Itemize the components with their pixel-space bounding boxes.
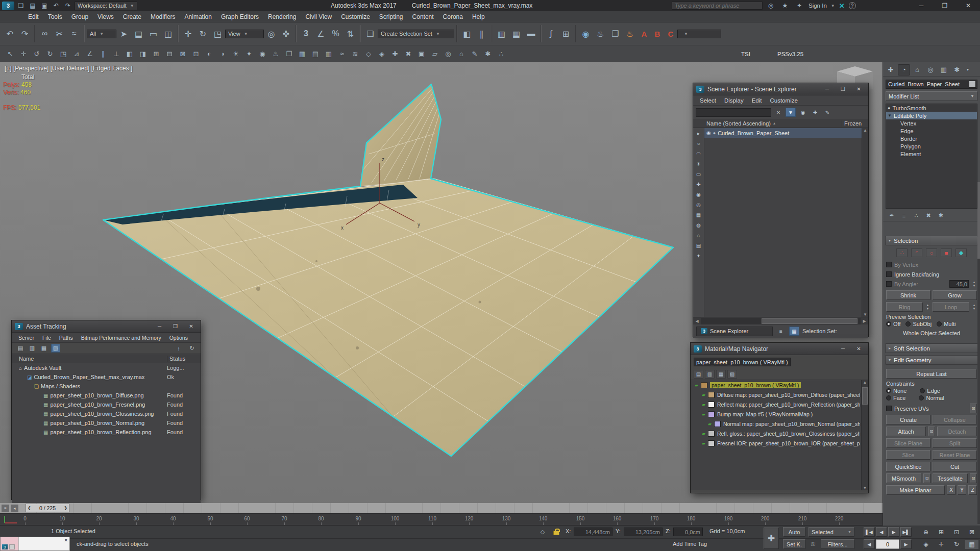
angle-snap-icon[interactable]: ∠: [313, 26, 328, 42]
extras-icon[interactable]: ✚: [388, 47, 402, 60]
extras-icon[interactable]: ❐: [282, 47, 296, 60]
attach-settings-button[interactable]: ⊡: [928, 427, 935, 436]
panel-config-icon[interactable]: ▾: [964, 64, 971, 76]
slice-button[interactable]: Slice: [886, 450, 930, 460]
extras-icon[interactable]: ◨: [136, 47, 150, 60]
display-filter-icon[interactable]: ▤: [694, 241, 703, 250]
zoom-icon[interactable]: ⊕: [919, 527, 933, 537]
scroll-down-icon[interactable]: ▼: [863, 486, 867, 490]
menu-civil-view[interactable]: Civil View: [301, 13, 336, 20]
view-details-icon[interactable]: ▥: [28, 344, 37, 353]
pan-icon[interactable]: ✛: [934, 539, 948, 549]
pick-icon[interactable]: ✎: [822, 108, 832, 117]
constraint-none-radio[interactable]: None: [886, 388, 906, 394]
angle-spinner[interactable]: ▲▼: [971, 281, 977, 288]
display-filter-icon[interactable]: ◉: [694, 190, 703, 199]
key-step-forward-button[interactable]: ▶: [900, 539, 912, 549]
menu-paths[interactable]: Paths: [56, 335, 77, 341]
render-preset-dropdown[interactable]: ▼: [677, 30, 721, 38]
quickslice-button[interactable]: QuickSlice: [886, 462, 930, 471]
scrollbar-thumb[interactable]: [862, 387, 868, 405]
set-key-button[interactable]: Set K.: [783, 539, 805, 549]
display-filter-icon[interactable]: ◠: [694, 149, 703, 158]
constraint-edge-radio[interactable]: Edge: [920, 388, 940, 394]
open-file-icon[interactable]: ▤: [28, 1, 38, 10]
refresh-icon[interactable]: ↻: [187, 344, 197, 353]
auto-key-button[interactable]: Auto: [783, 527, 805, 537]
reset-plane-button[interactable]: Reset Plane: [933, 450, 977, 460]
extras-icon[interactable]: ▥: [322, 47, 335, 60]
a360-icon[interactable]: ✕: [839, 2, 845, 10]
extras-icon[interactable]: ✱: [481, 47, 495, 60]
detach-button[interactable]: Detach: [937, 427, 977, 436]
menu-file[interactable]: File: [39, 335, 55, 341]
by-angle-checkbox[interactable]: [886, 281, 892, 287]
extras-icon[interactable]: ∠: [83, 47, 96, 60]
map-row[interactable]: ▰ Bump map: Map #5 ( VRayNormalMap ): [691, 409, 868, 419]
loop-spinner[interactable]: ▲▼: [971, 304, 977, 311]
scroll-up-icon[interactable]: ▲: [863, 380, 867, 385]
key-step-back-button[interactable]: ◀: [864, 539, 875, 549]
preview-multi-radio[interactable]: Multi: [937, 321, 955, 327]
attach-button[interactable]: Attach: [886, 427, 926, 436]
extras-icon[interactable]: ⊡: [189, 47, 203, 60]
render-setup-icon[interactable]: ♨: [593, 26, 608, 42]
maximize-icon[interactable]: ❐: [169, 322, 182, 331]
modifier-row-turbosmooth[interactable]: ●TurboSmooth: [886, 104, 977, 112]
undo-icon[interactable]: ↶: [3, 26, 17, 42]
menu-tools[interactable]: Tools: [43, 13, 67, 20]
key-filters-icon[interactable]: ⚿: [808, 539, 818, 548]
map-row[interactable]: ▰ Reflect map: paper_sheet_p10_brown_Ref…: [691, 399, 868, 409]
asset-tracking-titlebar[interactable]: 3 Asset Tracking ─ ❐ ✕: [12, 320, 201, 333]
menu-help[interactable]: Help: [468, 13, 489, 20]
x-coordinate-field[interactable]: 14,448cm: [574, 528, 612, 536]
spinner-snap-icon[interactable]: ⇅: [343, 26, 358, 42]
select-link-icon[interactable]: ∞: [37, 26, 52, 42]
render-a-icon[interactable]: A: [638, 26, 651, 42]
bind-spacewarp-icon[interactable]: ≈: [67, 26, 82, 42]
save-file-icon[interactable]: ▣: [39, 1, 50, 10]
material-name-field[interactable]: paper_sheet_p10_brown ( VRayMtl ): [694, 358, 791, 366]
viewport-header-label[interactable]: [+] [Perspective] [User Defined] [Edged …: [5, 65, 132, 72]
object-color-swatch[interactable]: [969, 81, 976, 88]
previous-frame-button[interactable]: ◀: [876, 527, 887, 537]
curve-editor-icon[interactable]: ∫: [544, 26, 558, 42]
asset-table-header[interactable]: Name Status: [12, 354, 201, 363]
modifier-list-dropdown[interactable]: Modifier List▼: [886, 91, 977, 101]
by-vertex-checkbox[interactable]: [886, 262, 892, 267]
favorites-icon[interactable]: ★: [780, 1, 790, 10]
select-scale-icon[interactable]: ◳: [210, 26, 225, 42]
vertex-mode-icon[interactable]: ∴: [896, 248, 908, 257]
rollout-soft-selection[interactable]: ▸Soft Selection: [885, 343, 978, 353]
y-coordinate-field[interactable]: 13,205cm: [624, 528, 663, 536]
rollout-selection[interactable]: ▾Selection: [885, 236, 978, 245]
layers-icon[interactable]: ≡: [776, 327, 786, 336]
menu-customize[interactable]: Customize: [336, 13, 375, 20]
select-manipulate-icon[interactable]: ✜: [279, 26, 293, 42]
map-row[interactable]: ▰ Fresnel IOR: paper_sheet_p10_brown_IOR…: [691, 438, 868, 448]
menu-create[interactable]: Create: [118, 13, 146, 20]
schematic-view-icon[interactable]: ⊞: [558, 26, 573, 42]
display-filter-icon[interactable]: ◍: [694, 221, 703, 230]
edit-named-sets-icon[interactable]: ❏: [363, 26, 378, 42]
subobject-row-edge[interactable]: Edge: [886, 127, 977, 135]
extras-icon[interactable]: ≋: [349, 47, 362, 60]
tab-modify[interactable]: ◔: [898, 64, 910, 76]
display-filter-icon[interactable]: ▭: [694, 170, 703, 179]
extras-icon[interactable]: ↖: [4, 47, 17, 60]
set-key-icon-button[interactable]: ✚: [764, 528, 779, 549]
explorer-selector-dropdown[interactable]: 3Scene Explorer: [696, 327, 773, 336]
selected-key-set-dropdown[interactable]: Selected▼: [808, 527, 854, 537]
collapse-button[interactable]: Collapse: [933, 415, 977, 424]
menu-group[interactable]: Group: [67, 13, 93, 20]
menu-options[interactable]: Options: [166, 335, 191, 341]
pss-script-label[interactable]: PSSv3.25: [777, 45, 803, 63]
tessellate-button[interactable]: Tessellate: [933, 473, 968, 483]
extras-icon[interactable]: ▣: [415, 47, 428, 60]
named-selection-combo[interactable]: Create Selection Set▼: [378, 30, 454, 38]
new-scene-icon[interactable]: ❏: [16, 1, 26, 10]
z-coordinate-field[interactable]: 0,0cm: [673, 528, 703, 536]
close-icon[interactable]: ✕: [852, 344, 865, 354]
extras-icon[interactable]: ↻: [43, 47, 57, 60]
zoom-extents-all-icon[interactable]: ⊠: [965, 527, 979, 537]
